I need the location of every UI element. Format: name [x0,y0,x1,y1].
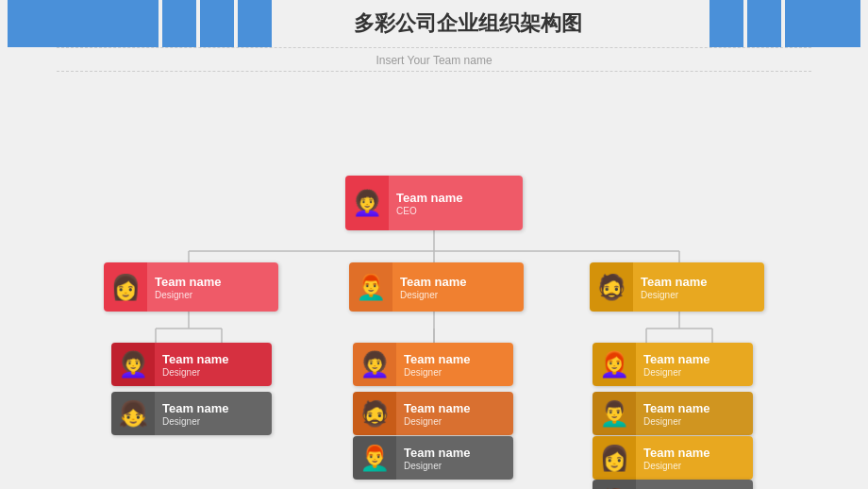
card-l1-mid: 👨‍🦰 Team name Designer [349,262,524,312]
org-chart: 👩‍🦱 Team name CEO 👩 Team name Designer 👨… [0,74,868,480]
info-l2-ml3: Team name Designer [396,436,513,480]
avatar-l2-ml3: 👨‍🦰 [353,436,396,480]
card-l2-rl1: 👩‍🦰 Team name Designer [593,343,753,386]
avatar-l1-left: 👩 [104,262,147,312]
info-l2-rl3: Team name Designer [636,436,753,480]
card-l2-rl3: 👩 Team name Designer [593,436,753,480]
card-l2-ml3: 👨‍🦰 Team name Designer [353,436,513,480]
header: 多彩公司企业组织架构图 [0,0,868,47]
header-block-2 [162,0,196,47]
info-l2-ml1: Team name Designer [396,343,513,386]
info-ceo: Team name CEO [389,176,523,230]
info-l2-rl4: Team name Designer [636,480,753,489]
avatar-l2-rl3: 👩 [593,436,636,480]
header-left-blocks [0,0,272,47]
role-ceo: CEO [396,206,515,216]
card-l2-ll1: 👩‍🦱 Team name Designer [111,343,272,386]
name-ceo: Team name [396,191,515,205]
avatar-l2-ml2: 🧔 [353,392,396,435]
info-l1-left: Team name Designer [147,262,278,312]
info-l2-ml2: Team name Designer [396,392,513,435]
card-l2-ll2: 👧 Team name Designer [111,392,272,435]
avatar-l1-right: 🧔 [590,262,633,312]
avatar-l2-rl1: 👩‍🦰 [593,343,636,386]
avatar-l2-ll2: 👧 [111,392,155,435]
card-l1-left: 👩 Team name Designer [104,262,278,312]
header-block-r1 [709,0,743,47]
avatar-l1-mid: 👨‍🦰 [349,262,392,312]
emoji-ceo: 👩‍🦱 [352,189,382,218]
avatar-l2-ll1: 👩‍🦱 [111,343,155,386]
page-title: 多彩公司企业组织架构图 [272,9,664,38]
header-right-blocks [664,0,868,47]
info-l2-ll2: Team name Designer [155,392,272,435]
info-l1-mid: Team name Designer [392,262,524,312]
header-block-r3 [785,0,860,47]
avatar-l2-ml1: 👩‍🦱 [353,343,396,386]
info-l2-rl2: Team name Designer [636,392,753,435]
header-block-1 [8,0,159,47]
avatar-ceo: 👩‍🦱 [345,176,389,230]
card-l2-ml2: 🧔 Team name Designer [353,392,513,435]
header-block-3 [200,0,234,47]
header-block-4 [238,0,272,47]
card-l2-rl2: 👨‍🦱 Team name Designer [593,392,753,435]
avatar-l2-rl4: 🧔 [593,480,636,489]
card-ceo: 👩‍🦱 Team name CEO [345,176,523,230]
card-l1-right: 🧔 Team name Designer [590,262,764,312]
info-l2-ll1: Team name Designer [155,343,272,386]
card-l2-rl4: 🧔 Team name Designer [593,480,753,489]
subtitle: Insert Your Team name [57,47,811,72]
header-block-r2 [747,0,781,47]
info-l1-right: Team name Designer [633,262,764,312]
info-l2-rl1: Team name Designer [636,343,753,386]
card-l2-ml1: 👩‍🦱 Team name Designer [353,343,513,386]
avatar-l2-rl2: 👨‍🦱 [593,392,636,435]
